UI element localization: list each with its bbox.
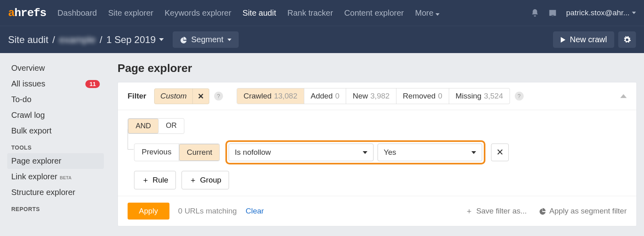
add-group-button[interactable]: ＋Group [182, 171, 229, 189]
inbox-icon[interactable] [548, 8, 557, 17]
filter-panel: Filter Custom ✕ ? Crawled13,082 Added0 N… [118, 82, 637, 226]
sidebar-head-reports: REPORTS [7, 200, 104, 215]
plus-icon: ＋ [465, 206, 473, 216]
filter-footer: Apply 0 URLs matching Clear ＋Save filter… [118, 196, 636, 226]
caret-down-icon [436, 13, 440, 16]
tab-removed[interactable]: Removed0 [396, 88, 449, 104]
plus-icon: ＋ [189, 175, 197, 185]
matching-count: 0 URLs matching [178, 207, 237, 215]
bell-icon[interactable] [530, 8, 539, 17]
tab-added[interactable]: Added0 [304, 88, 347, 104]
caret-down-icon [471, 151, 476, 154]
sidebar-item-structure-explorer[interactable]: Structure explorer [7, 185, 104, 200]
collapse-toggle[interactable] [620, 94, 627, 98]
value-select[interactable]: Yes [378, 144, 482, 161]
add-row: ＋Rule ＋Group [128, 171, 627, 189]
chevron-up-icon [620, 94, 627, 98]
tab-crawled[interactable]: Crawled13,082 [237, 88, 304, 104]
user-name: patrick.stox@ahr... [566, 8, 630, 17]
clear-link[interactable]: Clear [246, 207, 264, 215]
settings-button[interactable] [618, 31, 636, 48]
nav-rank-tracker[interactable]: Rank tracker [287, 8, 333, 18]
nav-more[interactable]: More [415, 8, 440, 18]
nav-site-audit[interactable]: Site audit [243, 8, 276, 18]
sidebar-item-todo[interactable]: To-do [7, 92, 104, 107]
apply-button[interactable]: Apply [128, 203, 169, 220]
logo-a: a [8, 7, 14, 19]
top-nav: Dashboard Site explorer Keywords explore… [58, 8, 440, 18]
filter-tabs: Crawled13,082 Added0 New3,982 Removed0 M… [237, 88, 510, 104]
add-rule-button[interactable]: ＋Rule [134, 171, 176, 189]
issues-badge: 11 [85, 80, 100, 88]
previous-option[interactable]: Previous [134, 144, 179, 161]
segment-button[interactable]: Segment [173, 31, 239, 48]
highlight-box: Is nofollow Yes [225, 140, 485, 164]
help-icon[interactable]: ? [214, 92, 223, 101]
tab-new[interactable]: New3,982 [346, 88, 396, 104]
footer-right: ＋Save filter as... Apply as segment filt… [465, 206, 627, 216]
filter-label: Filter [128, 92, 146, 101]
user-menu[interactable]: patrick.stox@ahr... [566, 8, 636, 17]
sidebar: Overview All issues 11 To-do Crawl log B… [0, 53, 109, 226]
sidebar-item-bulk-export[interactable]: Bulk export [7, 123, 104, 139]
sidebar-item-all-issues[interactable]: All issues 11 [7, 76, 104, 92]
plus-icon: ＋ [142, 175, 149, 185]
tab-missing[interactable]: Missing3,524 [449, 88, 510, 104]
beta-badge: BETA [60, 175, 72, 180]
main: Page explorer Filter Custom ✕ ? Crawled1… [109, 53, 644, 226]
nav-content-explorer[interactable]: Content explorer [344, 8, 404, 18]
topbar-right: patrick.stox@ahr... [530, 8, 636, 17]
sidebar-item-overview[interactable]: Overview [7, 60, 104, 76]
gear-icon [623, 36, 631, 44]
caret-down-icon [632, 12, 636, 14]
current-option[interactable]: Current [179, 144, 219, 161]
help-icon[interactable]: ? [515, 92, 524, 101]
crumb-root[interactable]: Site audit [8, 34, 48, 45]
filter-bar: Filter Custom ✕ ? Crawled13,082 Added0 N… [118, 82, 636, 110]
subbar: Site audit / example / 1 Sep 2019 Segmen… [0, 26, 644, 53]
caret-down-icon [363, 151, 367, 154]
logo-rest: hrefs [14, 7, 46, 19]
nav-dashboard[interactable]: Dashboard [58, 8, 97, 18]
chip-text: Custom [155, 89, 192, 103]
sidebar-item-page-explorer[interactable]: Page explorer [7, 153, 104, 169]
remove-rule-button[interactable]: ✕ [491, 144, 509, 161]
subbar-right: New crawl [553, 31, 636, 48]
pie-icon [539, 207, 546, 215]
page-title: Page explorer [118, 62, 637, 75]
prev-current-toggle: Previous Current [134, 144, 220, 161]
play-icon [560, 37, 566, 43]
chip-remove[interactable]: ✕ [192, 89, 209, 104]
sidebar-head-tools: TOOLS [7, 139, 104, 153]
filter-builder: AND OR Previous Current Is nofollow [118, 110, 636, 196]
caret-down-icon [159, 38, 164, 41]
new-crawl-button[interactable]: New crawl [553, 31, 614, 48]
crumb-site[interactable]: example [59, 34, 96, 45]
layout: Overview All issues 11 To-do Crawl log B… [0, 53, 644, 226]
topbar: ahrefs Dashboard Site explorer Keywords … [0, 0, 644, 26]
filter-custom-chip: Custom ✕ [154, 88, 209, 104]
and-or-toggle: AND OR [128, 118, 184, 134]
crumb-date[interactable]: 1 Sep 2019 [106, 34, 164, 45]
pie-icon [180, 36, 187, 43]
nav-keywords-explorer[interactable]: Keywords explorer [165, 8, 231, 18]
rule-row: Previous Current Is nofollow Yes ✕ [128, 140, 627, 164]
sidebar-item-link-explorer[interactable]: Link explorerBETA [7, 169, 104, 185]
save-filter-button[interactable]: ＋Save filter as... [465, 206, 527, 216]
or-option[interactable]: OR [159, 119, 184, 133]
field-select[interactable]: Is nofollow [229, 144, 374, 161]
breadcrumb: Site audit / example / 1 Sep 2019 [8, 34, 164, 45]
logo[interactable]: ahrefs [8, 7, 46, 19]
caret-down-icon [227, 39, 231, 41]
nav-site-explorer[interactable]: Site explorer [108, 8, 153, 18]
sidebar-item-crawl-log[interactable]: Crawl log [7, 107, 104, 123]
apply-segment-button[interactable]: Apply as segment filter [539, 207, 627, 215]
